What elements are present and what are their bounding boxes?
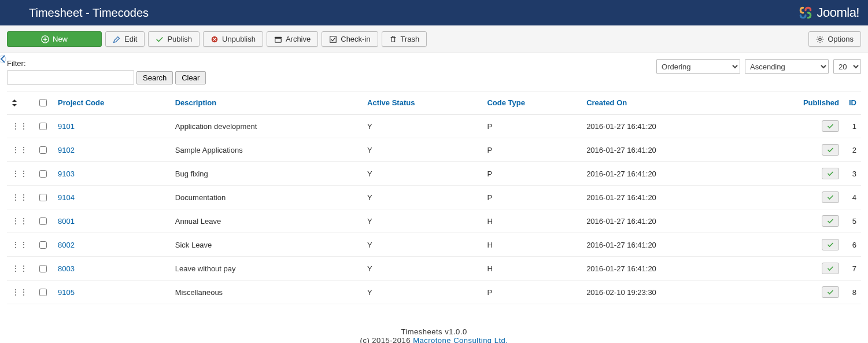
clear-button[interactable]: Clear: [175, 71, 206, 84]
sort-icon: [12, 99, 28, 106]
table-row: ⋮⋮ 9103 Bug fixing Y P 2016-01-27 16:41:…: [7, 162, 861, 186]
table-row: ⋮⋮ 9105 Miscellaneous Y P 2016-02-10 19:…: [7, 281, 861, 304]
archive-button[interactable]: Archive: [267, 31, 318, 47]
limit-select[interactable]: 20: [833, 59, 861, 74]
published-toggle[interactable]: [822, 239, 839, 250]
cell-type: P: [482, 138, 582, 162]
cell-description: Bug fixing: [171, 162, 363, 186]
published-toggle[interactable]: [822, 263, 839, 274]
column-sort[interactable]: [7, 91, 32, 115]
row-checkbox[interactable]: [39, 241, 47, 249]
row-checkbox[interactable]: [39, 289, 47, 296]
published-toggle[interactable]: [822, 191, 839, 203]
options-button[interactable]: Options: [808, 31, 861, 47]
sort-field-select[interactable]: Ordering: [656, 59, 740, 74]
published-toggle[interactable]: [822, 144, 839, 156]
cell-description: Leave without pay: [171, 257, 363, 281]
archive-icon: [274, 35, 282, 43]
published-toggle[interactable]: [822, 120, 839, 132]
publish-button[interactable]: Publish: [148, 31, 200, 47]
cell-created: 2016-01-27 16:41:20: [582, 115, 748, 138]
table-row: ⋮⋮ 9101 Application development Y P 2016…: [7, 115, 861, 138]
page-header: Timesheet - Timecodes Joomla!: [0, 0, 868, 25]
cell-active: Y: [363, 233, 482, 257]
cell-type: P: [482, 162, 582, 186]
column-created-on[interactable]: Created On: [582, 91, 748, 115]
row-checkbox[interactable]: [39, 146, 47, 154]
project-code-link[interactable]: 9102: [58, 146, 75, 154]
row-checkbox[interactable]: [39, 170, 47, 178]
project-code-link[interactable]: 9104: [58, 193, 75, 202]
drag-handle-icon[interactable]: ⋮⋮: [12, 240, 28, 249]
project-code-link[interactable]: 9103: [58, 169, 75, 178]
publish-button-label: Publish: [167, 35, 192, 43]
column-id[interactable]: ID: [844, 91, 861, 115]
cell-created: 2016-01-27 16:41:20: [582, 257, 748, 281]
archive-button-label: Archive: [286, 35, 311, 43]
column-code-type[interactable]: Code Type: [482, 91, 582, 115]
sort-direction-select[interactable]: Ascending: [745, 59, 829, 74]
cell-id: 3: [844, 162, 861, 186]
cell-created: 2016-01-27 16:41:20: [582, 162, 748, 186]
published-toggle[interactable]: [822, 215, 839, 227]
brand-text: Joomla!: [817, 5, 859, 20]
trash-button-label: Trash: [401, 35, 420, 43]
row-checkbox[interactable]: [39, 265, 47, 272]
check-all-checkbox[interactable]: [39, 99, 47, 106]
cell-active: Y: [363, 257, 482, 281]
project-code-link[interactable]: 9101: [58, 122, 75, 131]
joomla-icon: [798, 5, 813, 20]
drag-handle-icon[interactable]: ⋮⋮: [12, 121, 28, 131]
cell-active: Y: [363, 162, 482, 186]
cell-active: Y: [363, 115, 482, 138]
drag-handle-icon[interactable]: ⋮⋮: [12, 145, 28, 154]
unpublish-button-label: Unpublish: [222, 35, 256, 43]
drag-handle-icon[interactable]: ⋮⋮: [12, 264, 28, 273]
table-row: ⋮⋮ 8003 Leave without pay Y H 2016-01-27…: [7, 257, 861, 281]
sidebar-collapse-icon[interactable]: [0, 54, 7, 64]
column-description[interactable]: Description: [171, 91, 363, 115]
unpublish-button[interactable]: Unpublish: [203, 31, 263, 47]
trash-icon: [389, 35, 397, 43]
drag-handle-icon[interactable]: ⋮⋮: [12, 287, 28, 297]
checkin-button[interactable]: Check-in: [322, 31, 378, 47]
checkin-button-label: Check-in: [341, 35, 370, 43]
edit-button[interactable]: Edit: [105, 31, 145, 47]
cell-description: Documentation: [171, 186, 363, 209]
drag-handle-icon[interactable]: ⋮⋮: [12, 169, 28, 178]
drag-handle-icon[interactable]: ⋮⋮: [12, 216, 28, 226]
table-row: ⋮⋮ 9104 Documentation Y P 2016-01-27 16:…: [7, 186, 861, 209]
row-checkbox[interactable]: [39, 194, 47, 201]
cell-type: P: [482, 186, 582, 209]
new-button[interactable]: New: [7, 31, 102, 47]
cell-id: 8: [844, 281, 861, 304]
trash-button[interactable]: Trash: [382, 31, 427, 47]
published-toggle[interactable]: [822, 286, 839, 298]
new-button-label: New: [53, 35, 68, 43]
published-toggle[interactable]: [822, 168, 839, 179]
cell-type: P: [482, 281, 582, 304]
column-project-code[interactable]: Project Code: [53, 91, 171, 115]
footer-link[interactable]: Macrotone Consulting Ltd.: [413, 336, 508, 343]
drag-handle-icon[interactable]: ⋮⋮: [12, 193, 28, 202]
row-checkbox[interactable]: [39, 217, 47, 225]
cell-description: Sick Leave: [171, 233, 363, 257]
column-active-status[interactable]: Active Status: [363, 91, 482, 115]
filter-input[interactable]: [7, 70, 134, 85]
search-button[interactable]: Search: [136, 71, 173, 84]
cell-created: 2016-01-27 16:41:20: [582, 186, 748, 209]
cell-active: Y: [363, 138, 482, 162]
project-code-link[interactable]: 8003: [58, 264, 75, 273]
project-code-link[interactable]: 8001: [58, 217, 75, 226]
cell-type: P: [482, 115, 582, 138]
cell-description: Annual Leave: [171, 209, 363, 233]
project-code-link[interactable]: 8002: [58, 241, 75, 249]
cell-id: 4: [844, 186, 861, 209]
project-code-link[interactable]: 9105: [58, 288, 75, 297]
cell-id: 6: [844, 233, 861, 257]
column-published[interactable]: Published: [748, 91, 844, 115]
cell-type: H: [482, 209, 582, 233]
svg-rect-4: [330, 36, 337, 42]
row-checkbox[interactable]: [39, 123, 47, 130]
cell-id: 2: [844, 138, 861, 162]
